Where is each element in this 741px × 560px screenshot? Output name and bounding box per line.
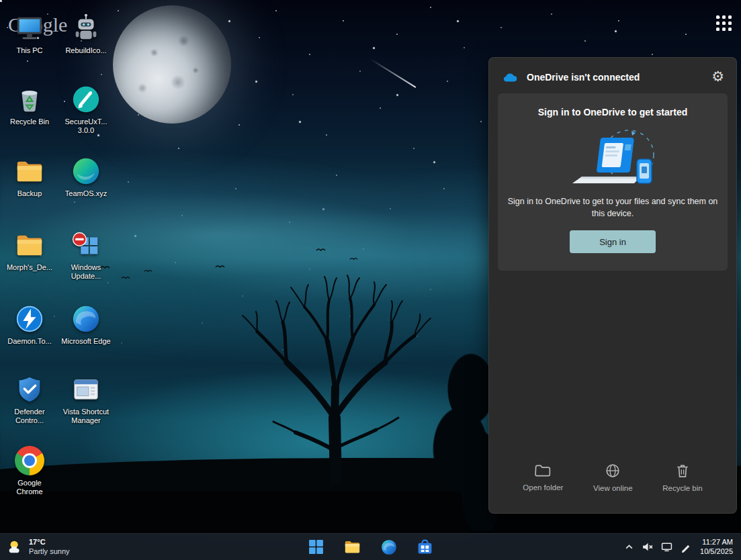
taskbar: 17°C Partly sunny bbox=[0, 533, 741, 560]
blocked-update-icon bbox=[70, 229, 102, 261]
footer-action-label: Recycle bin bbox=[662, 484, 702, 492]
folder-icon bbox=[13, 155, 46, 187]
bird-silhouette bbox=[121, 275, 130, 280]
recycle-bin-icon bbox=[13, 83, 46, 115]
microsoft-store-icon bbox=[417, 539, 433, 555]
window-icon bbox=[70, 373, 102, 406]
robot-icon bbox=[70, 12, 102, 44]
open-folder-button[interactable]: Open folder bbox=[523, 464, 563, 492]
desktop-icon-this-pc[interactable]: This PC bbox=[1, 12, 58, 55]
trash-icon bbox=[676, 463, 689, 478]
settings-icon[interactable]: ⚙ bbox=[711, 70, 724, 84]
taskbar-center-icons bbox=[303, 536, 439, 559]
desktop-icon-label: Vista Shortcut Manager bbox=[61, 408, 111, 425]
desktop-icon-label: Defender Contro... bbox=[5, 408, 54, 425]
bird-silhouette bbox=[215, 264, 225, 269]
chrome-icon bbox=[13, 445, 46, 477]
footer-action-label: View online bbox=[593, 484, 633, 492]
onedrive-header: OneDrive isn't connected ⚙ bbox=[489, 58, 736, 93]
edge-taskbar-button[interactable] bbox=[376, 536, 402, 559]
tray-chevron-icon[interactable] bbox=[625, 543, 634, 551]
desktop-icon-daemon-tools[interactable]: Daemon.To... bbox=[1, 303, 58, 346]
folder-icon bbox=[13, 229, 46, 261]
onedrive-signin-card: Sign in to OneDrive to get started Sign … bbox=[498, 93, 728, 271]
desktop-icon-label: Google Chrome bbox=[5, 479, 54, 496]
desktop-icon-windows-update-blocker[interactable]: Windows Update... bbox=[58, 229, 114, 281]
this-pc-icon bbox=[13, 12, 46, 44]
clock-time: 11:27 AM bbox=[700, 538, 733, 547]
desktop-icon-label: TeamOS.xyz bbox=[65, 189, 107, 198]
file-explorer-button[interactable] bbox=[339, 536, 366, 559]
signin-card-heading: Sign in to OneDrive to get started bbox=[507, 107, 718, 118]
desktop-grid-icon[interactable] bbox=[716, 15, 732, 31]
windows-logo-icon bbox=[308, 539, 324, 555]
teamos-icon bbox=[70, 155, 102, 187]
sign-in-button[interactable]: Sign in bbox=[570, 230, 656, 253]
desktop-icon-label: Microsoft Edge bbox=[61, 337, 110, 346]
shield-icon bbox=[13, 373, 46, 406]
desktop-icon-secureuxtheme[interactable]: SecureUxT... 3.0.0 bbox=[58, 83, 114, 135]
bird-silhouette bbox=[144, 269, 152, 273]
desktop-icon-vista-shortcut-manager[interactable]: Vista Shortcut Manager bbox=[58, 373, 114, 425]
file-explorer-icon bbox=[343, 538, 361, 556]
microsoft-store-button[interactable] bbox=[412, 536, 439, 559]
signin-card-body: Sign in to OneDrive to get to your files… bbox=[507, 195, 718, 220]
desktop-icon-backup-folder[interactable]: Backup bbox=[1, 155, 58, 198]
footer-action-label: Open folder bbox=[523, 483, 563, 492]
edge-icon bbox=[70, 303, 102, 335]
weather-widget[interactable]: 17°C Partly sunny bbox=[0, 534, 77, 560]
lightning-icon bbox=[13, 303, 46, 335]
onedrive-illustration bbox=[559, 127, 666, 191]
weather-condition: Partly sunny bbox=[29, 547, 70, 557]
onedrive-footer: Open folder View online Recycle bin bbox=[489, 449, 736, 513]
theme-brush-icon bbox=[70, 83, 102, 115]
view-online-button[interactable]: View online bbox=[593, 463, 633, 492]
onedrive-title: OneDrive isn't connected bbox=[527, 72, 640, 83]
partly-sunny-icon bbox=[7, 539, 24, 556]
desktop-icon-google-chrome[interactable]: Google Chrome bbox=[1, 445, 58, 496]
taskbar-clock[interactable]: 11:27 AM 10/5/2025 bbox=[700, 538, 733, 557]
desktop-icon-label: Daemon.To... bbox=[7, 337, 51, 346]
onedrive-flyout: OneDrive isn't connected ⚙ Sign in to On… bbox=[488, 57, 737, 514]
desktop-icon-recycle-bin[interactable]: Recycle Bin bbox=[1, 83, 58, 126]
desktop-icon-teamos[interactable]: TeamOS.xyz bbox=[58, 155, 114, 198]
recycle-bin-button[interactable]: Recycle bin bbox=[662, 463, 702, 492]
desktop: Google bbox=[0, 0, 741, 560]
desktop-icon-label: Backup bbox=[17, 189, 42, 198]
desktop-icon-label: Recycle Bin bbox=[10, 118, 49, 126]
system-tray: 11:27 AM 10/5/2025 bbox=[625, 538, 741, 557]
globe-icon bbox=[605, 463, 620, 478]
desktop-icon-defender-control[interactable]: Defender Contro... bbox=[1, 373, 58, 425]
tray-display-icon[interactable] bbox=[661, 541, 672, 553]
clock-date: 10/5/2025 bbox=[700, 547, 733, 557]
desktop-icon-rebuildicons[interactable]: RebuildIco... bbox=[58, 12, 114, 55]
desktop-icon-label: RebuildIco... bbox=[65, 46, 106, 55]
onedrive-cloud-icon bbox=[503, 71, 520, 83]
edge-icon bbox=[380, 539, 398, 556]
desktop-icon-label: Morph's_De... bbox=[7, 263, 52, 272]
desktop-icon-label: Windows Update... bbox=[61, 263, 111, 281]
tray-pen-icon[interactable] bbox=[681, 541, 692, 553]
desktop-icon-label: SecureUxT... 3.0.0 bbox=[61, 118, 111, 135]
tree-silhouette bbox=[225, 250, 447, 483]
start-button[interactable] bbox=[303, 536, 330, 559]
desktop-icon-morphs-folder[interactable]: Morph's_De... bbox=[1, 229, 58, 272]
tray-volume-muted-icon[interactable] bbox=[642, 541, 653, 553]
desktop-icon-microsoft-edge[interactable]: Microsoft Edge bbox=[58, 303, 114, 346]
open-folder-icon bbox=[535, 464, 551, 477]
weather-temperature: 17°C bbox=[29, 538, 70, 547]
desktop-icon-label: This PC bbox=[16, 46, 42, 55]
